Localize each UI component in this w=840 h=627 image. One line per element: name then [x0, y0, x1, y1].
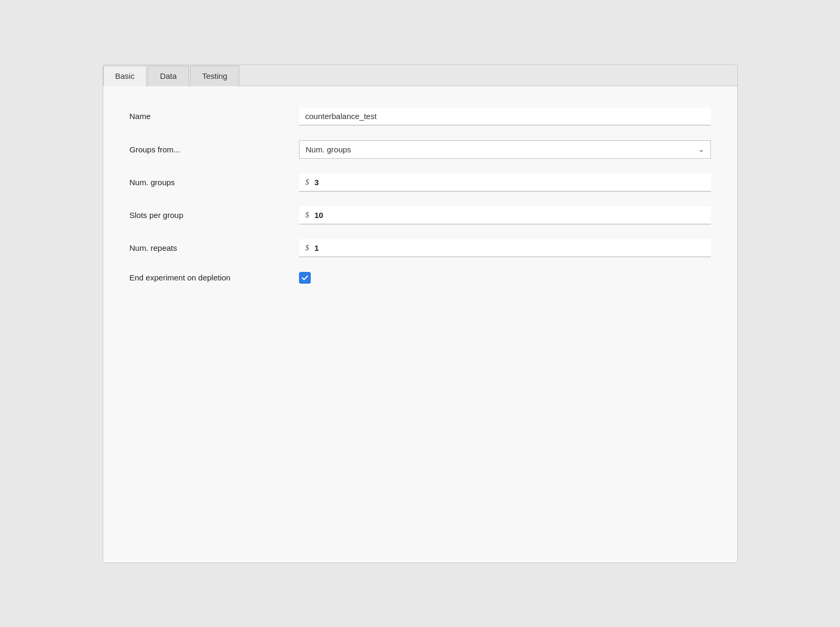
num-repeats-row: Num. repeats $	[130, 239, 711, 257]
name-row: Name	[130, 107, 711, 125]
tab-testing[interactable]: Testing	[190, 66, 240, 86]
slots-per-group-input-wrapper: $	[299, 206, 711, 224]
tab-bar: Basic Data Testing	[103, 65, 737, 86]
groups-from-label: Groups from...	[130, 145, 299, 154]
end-experiment-label: End experiment on depletion	[130, 273, 299, 282]
groups-from-select-wrapper: Num. groups Conditions file Fixed list ⌄	[299, 140, 711, 159]
num-groups-row: Num. groups $	[130, 174, 711, 192]
num-repeats-dollar: $	[299, 239, 313, 257]
name-label: Name	[130, 112, 299, 121]
slots-per-group-label: Slots per group	[130, 211, 299, 220]
num-repeats-input-wrapper: $	[299, 239, 711, 257]
main-container: Basic Data Testing Name Groups from... N…	[103, 65, 738, 563]
num-groups-input-wrapper: $	[299, 174, 711, 192]
content-area: Name Groups from... Num. groups Conditio…	[103, 86, 737, 562]
num-groups-input[interactable]	[312, 174, 711, 191]
num-groups-label: Num. groups	[130, 178, 299, 187]
end-experiment-checkbox-wrapper	[299, 272, 311, 284]
checkmark-icon	[301, 274, 309, 281]
num-repeats-label: Num. repeats	[130, 243, 299, 252]
num-groups-dollar: $	[299, 174, 313, 191]
slots-per-group-row: Slots per group $	[130, 206, 711, 224]
end-experiment-checkbox[interactable]	[299, 272, 311, 284]
num-repeats-input[interactable]	[312, 239, 711, 257]
groups-from-select[interactable]: Num. groups Conditions file Fixed list	[299, 140, 711, 159]
name-input[interactable]	[299, 107, 711, 125]
tab-basic[interactable]: Basic	[103, 66, 147, 86]
groups-from-row: Groups from... Num. groups Conditions fi…	[130, 140, 711, 159]
tab-data[interactable]: Data	[148, 66, 189, 86]
slots-per-group-input[interactable]	[312, 206, 711, 224]
slots-per-group-dollar: $	[299, 206, 313, 224]
end-experiment-row: End experiment on depletion	[130, 272, 711, 284]
